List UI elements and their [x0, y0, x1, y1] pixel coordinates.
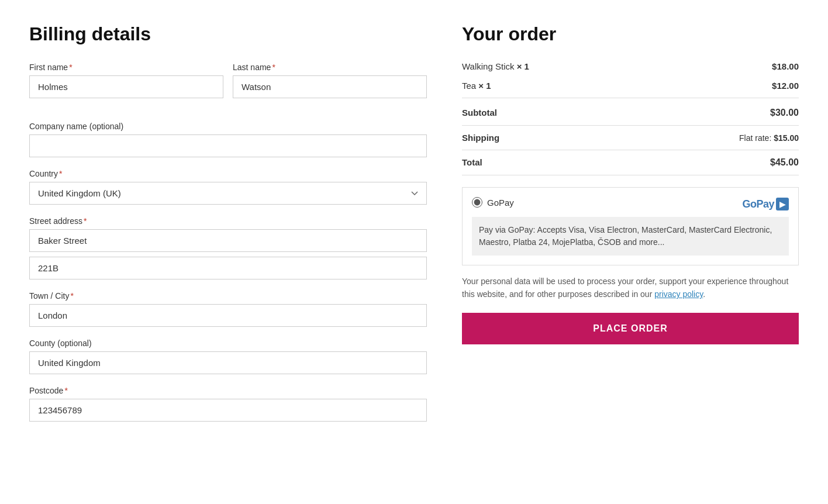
order-item-row: Walking Stick × 1 $18.00 — [462, 57, 799, 76]
town-city-label: Town / City* — [29, 291, 427, 301]
shipping-label: Shipping — [462, 133, 499, 143]
total-label: Total — [462, 157, 482, 167]
total-value: $45.00 — [770, 157, 799, 168]
town-city-group: Town / City* — [29, 291, 427, 327]
payment-description-box: Pay via GoPay: Accepts Visa, Visa Electr… — [472, 217, 789, 256]
order-item-2-name: Tea × 1 — [462, 81, 491, 91]
county-group: County (optional) — [29, 339, 427, 374]
privacy-notice: Your personal data will be used to proce… — [462, 275, 799, 301]
shipping-row: Shipping Flat rate: $15.00 — [462, 126, 799, 150]
order-items-list: Walking Stick × 1 $18.00 Tea × 1 $12.00 — [462, 57, 799, 98]
last-name-label: Last name* — [233, 63, 427, 72]
subtotal-value: $30.00 — [770, 108, 799, 118]
order-item-2-price: $12.00 — [772, 81, 799, 91]
street-address-group: Street address* — [29, 216, 427, 279]
postcode-group: Postcode* — [29, 386, 427, 422]
first-name-group: First name* — [29, 63, 223, 98]
place-order-button[interactable]: PLACE ORDER — [462, 313, 799, 344]
country-select[interactable]: United Kingdom (UK) — [29, 182, 427, 205]
country-label: Country* — [29, 169, 427, 178]
shipping-value: Flat rate: $15.00 — [739, 133, 799, 143]
first-name-label: First name* — [29, 63, 223, 72]
order-item-1-price: $18.00 — [772, 61, 799, 71]
last-name-input[interactable] — [233, 75, 427, 98]
payment-method-name: GoPay — [487, 198, 514, 208]
privacy-text-before: Your personal data will be used to proce… — [462, 277, 788, 299]
gopay-logo: GoPay ▶ — [742, 198, 789, 210]
gopay-radio[interactable] — [472, 197, 482, 208]
privacy-text-after: . — [703, 289, 705, 299]
order-item-1-name: Walking Stick × 1 — [462, 61, 529, 71]
street-address-1-input[interactable] — [29, 229, 427, 252]
last-name-group: Last name* — [233, 63, 427, 98]
first-name-input[interactable] — [29, 75, 223, 98]
street-address-label: Street address* — [29, 216, 427, 226]
street-address-2-input[interactable] — [29, 257, 427, 279]
subtotal-label: Subtotal — [462, 108, 497, 118]
gopay-arrow-icon: ▶ — [776, 198, 789, 210]
county-input[interactable] — [29, 351, 427, 374]
billing-title: Billing details — [29, 23, 427, 45]
company-name-group: Company name (optional) — [29, 122, 427, 157]
payment-description: Pay via GoPay: Accepts Visa, Visa Electr… — [479, 224, 782, 248]
order-summary-section: Your order Walking Stick × 1 $18.00 Tea … — [462, 23, 799, 433]
billing-details-section: Billing details First name* Last name* C… — [29, 23, 427, 433]
company-name-input[interactable] — [29, 134, 427, 157]
payment-section: GoPay GoPay ▶ Pay via GoPay: Accepts Vis… — [462, 187, 799, 265]
privacy-policy-link[interactable]: privacy policy — [654, 289, 703, 299]
company-name-label: Company name (optional) — [29, 122, 427, 131]
postcode-label: Postcode* — [29, 386, 427, 395]
county-label: County (optional) — [29, 339, 427, 348]
total-row: Total $45.00 — [462, 150, 799, 175]
town-city-input[interactable] — [29, 304, 427, 327]
payment-header: GoPay GoPay ▶ — [472, 197, 789, 211]
country-group: Country* United Kingdom (UK) — [29, 169, 427, 205]
order-title: Your order — [462, 23, 799, 45]
postcode-input[interactable] — [29, 399, 427, 422]
order-item-row: Tea × 1 $12.00 — [462, 76, 799, 95]
subtotal-row: Subtotal $30.00 — [462, 101, 799, 126]
payment-radio-label[interactable]: GoPay — [472, 197, 514, 208]
